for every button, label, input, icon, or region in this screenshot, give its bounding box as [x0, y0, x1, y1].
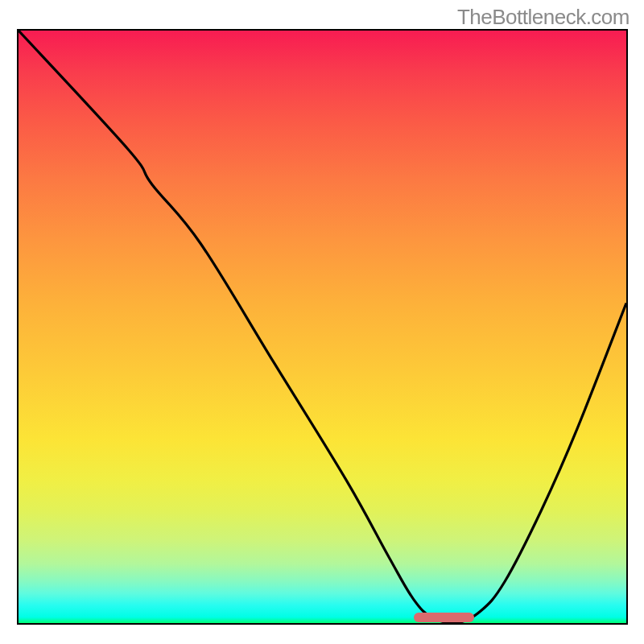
bottleneck-curve-line: [19, 31, 626, 623]
bottleneck-curve-svg: [19, 31, 626, 623]
chart-area: [17, 29, 628, 625]
optimal-range-marker: [414, 613, 475, 622]
watermark-text: TheBottleneck.com: [457, 5, 630, 30]
